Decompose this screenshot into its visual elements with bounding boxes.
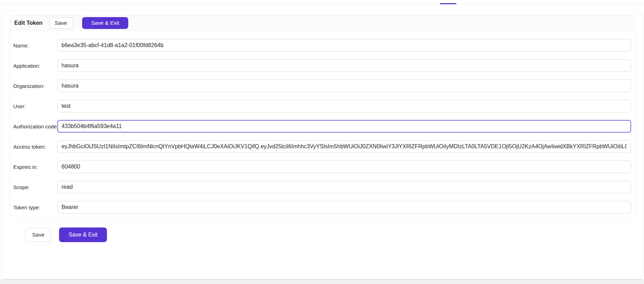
save-exit-button-bottom[interactable]: Save & Exit <box>59 227 107 242</box>
scope-label: Scope: <box>13 184 57 190</box>
top-navbar <box>0 0 644 5</box>
application-input[interactable] <box>57 59 631 72</box>
active-tab-underline <box>440 3 456 4</box>
user-input[interactable] <box>57 100 631 112</box>
form-row-application: Application: <box>13 59 631 72</box>
save-button-bottom[interactable]: Save <box>25 228 51 242</box>
user-label: User: <box>13 103 57 109</box>
organization-label: Organization: <box>13 83 57 89</box>
scope-input[interactable] <box>57 181 631 193</box>
token-form: Name:Application:Organization:User:Autho… <box>10 31 635 217</box>
form-row-user: User: <box>13 100 631 112</box>
save-exit-button-top[interactable]: Save & Exit <box>82 17 128 29</box>
application-label: Application: <box>13 63 57 69</box>
access-token-label: Access token: <box>13 144 57 150</box>
authorization-code-label: Authorization code: <box>13 124 57 129</box>
form-row-organization: Organization: <box>13 80 631 92</box>
access-token-input[interactable] <box>57 140 631 153</box>
expires-in-input[interactable] <box>57 160 631 173</box>
form-row-token-type: Token type: <box>13 201 631 214</box>
page-background <box>0 279 644 284</box>
token-type-input[interactable] <box>57 201 631 214</box>
name-label: Name: <box>13 43 57 48</box>
footer-actions: Save Save & Exit <box>25 227 635 242</box>
card-header: Edit Token Save Save & Exit <box>10 15 635 31</box>
form-row-name: Name: <box>13 39 631 52</box>
expires-in-label: Expires in: <box>13 164 57 170</box>
content-panel: Edit Token Save Save & Exit Name:Applica… <box>2 10 643 279</box>
form-row-access-token: Access token: <box>13 140 631 153</box>
edit-token-card: Edit Token Save Save & Exit Name:Applica… <box>10 15 635 218</box>
form-row-expires-in: Expires in: <box>13 160 631 173</box>
page-title: Edit Token <box>14 20 43 26</box>
form-row-scope: Scope: <box>13 181 631 193</box>
name-input[interactable] <box>57 39 631 52</box>
save-button-top[interactable]: Save <box>49 17 73 29</box>
token-type-label: Token type: <box>13 204 57 210</box>
organization-input[interactable] <box>57 80 631 92</box>
form-row-authorization-code: Authorization code: <box>13 120 631 133</box>
authorization-code-input[interactable] <box>57 120 631 133</box>
